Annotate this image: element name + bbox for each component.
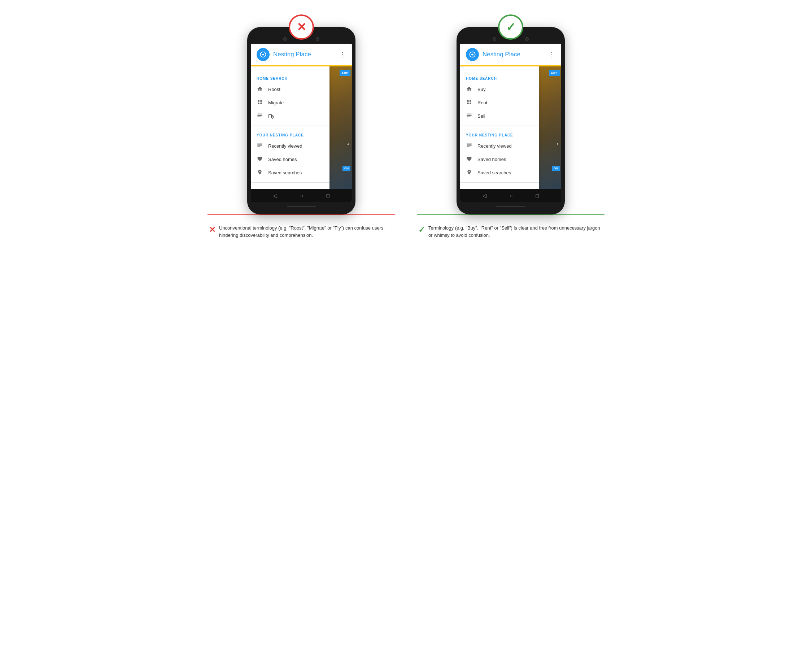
- svg-rect-1: [257, 114, 262, 114]
- good-on-btn[interactable]: ON: [552, 166, 560, 171]
- bad-section1-title: HOME SEARCH: [251, 72, 329, 83]
- sell-icon-bad: [257, 112, 263, 119]
- good-menu-item-saved-searches[interactable]: Saved searches: [460, 166, 539, 179]
- bad-section3-title: MORTGAGES: [251, 186, 329, 189]
- good-caption-underline: [417, 214, 605, 215]
- bad-menu-item-recent[interactable]: Recently viewed: [251, 139, 329, 153]
- bad-app-logo: [257, 48, 270, 61]
- good-caption-text: Terminology (e.g. "Buy", "Rent" or "Sell…: [428, 225, 603, 239]
- bad-phone-screen: Nesting Place ⋮ ARE ON A. HOME S: [251, 44, 352, 202]
- good-bg-text: A.: [557, 143, 559, 146]
- svg-rect-2: [257, 115, 262, 116]
- good-app-header: Nesting Place ⋮: [460, 44, 561, 66]
- good-menu-item-rent[interactable]: Rent: [460, 96, 539, 109]
- svg-rect-13: [467, 145, 471, 145]
- good-home-indicator: [496, 206, 525, 207]
- bad-menu-item-saved-homes[interactable]: Saved homes: [251, 153, 329, 166]
- good-menu-item-recent[interactable]: Recently viewed: [460, 139, 539, 153]
- bad-menu-item-fly[interactable]: Fly: [251, 109, 329, 123]
- svg-rect-12: [467, 144, 471, 144]
- camera-good: [493, 37, 496, 41]
- svg-rect-4: [257, 144, 262, 144]
- bad-section-3: MORTGAGES: [251, 186, 329, 189]
- front-camera-good: [525, 37, 529, 41]
- bad-menu-item-roost[interactable]: Roost: [251, 83, 329, 96]
- bad-badge: ✕: [289, 14, 314, 40]
- good-menu-item-saved-homes[interactable]: Saved homes: [460, 153, 539, 166]
- svg-rect-3: [257, 117, 260, 117]
- good-section3-title: MORTGAGES: [460, 186, 539, 189]
- bad-section2-title: YOUR NESTING PLACE: [251, 129, 329, 139]
- comparison-container: ✕: [207, 14, 605, 239]
- bad-bg-right: ARE ON A.: [329, 66, 352, 189]
- bad-nav-recent[interactable]: □: [327, 193, 329, 199]
- bad-content-area: ARE ON A. HOME SEARCH Roost: [251, 66, 352, 189]
- bad-android-nav: ◁ ○ □: [251, 189, 352, 202]
- good-menu-label-buy: Buy: [477, 87, 485, 92]
- good-section1-title: HOME SEARCH: [460, 72, 539, 83]
- bad-share-btn[interactable]: ARE: [340, 70, 350, 76]
- bad-divider-1: [251, 125, 329, 126]
- good-section-1: HOME SEARCH Buy R: [460, 72, 539, 123]
- bad-drawer: HOME SEARCH Roost: [251, 66, 329, 189]
- good-divider-2: [460, 182, 539, 183]
- good-badge: ✓: [498, 14, 523, 40]
- good-share-btn[interactable]: ARE: [549, 70, 560, 76]
- good-dots-menu[interactable]: ⋮: [549, 51, 555, 58]
- heart-icon-good: [466, 156, 472, 163]
- bad-dots-menu[interactable]: ⋮: [339, 51, 346, 58]
- good-menu-label-sell: Sell: [477, 113, 485, 119]
- pin-icon-good: [466, 169, 472, 176]
- bad-app-title: Nesting Place: [273, 51, 311, 58]
- home-icon-good-1: [466, 86, 472, 93]
- good-phone-bottom: [460, 202, 561, 209]
- good-menu-label-saved-homes: Saved homes: [477, 157, 506, 162]
- good-nav-recent[interactable]: □: [536, 193, 539, 199]
- svg-rect-11: [467, 117, 470, 117]
- bad-example-column: ✕: [207, 14, 395, 239]
- good-android-nav: ◁ ○ □: [460, 189, 561, 202]
- bad-menu-label-saved-homes: Saved homes: [268, 157, 297, 162]
- good-section-3: MORTGAGES: [460, 186, 539, 189]
- good-section-2: YOUR NESTING PLACE Recently viewed: [460, 129, 539, 179]
- svg-rect-6: [257, 145, 262, 146]
- good-menu-label-saved-searches: Saved searches: [477, 170, 511, 175]
- bad-nav-home[interactable]: ○: [300, 193, 303, 199]
- good-menu-item-buy[interactable]: Buy: [460, 83, 539, 96]
- heart-icon-bad: [257, 156, 263, 163]
- bad-caption: ✕ Unconventional terminology (e.g. "Roos…: [207, 225, 395, 239]
- bad-menu-label-recent: Recently viewed: [268, 143, 302, 149]
- bad-menu-label-saved-searches: Saved searches: [268, 170, 302, 175]
- bad-section-1: HOME SEARCH Roost: [251, 72, 329, 123]
- svg-rect-7: [257, 146, 260, 147]
- good-caption-icon: ✓: [418, 225, 425, 235]
- bad-home-indicator: [287, 206, 316, 207]
- bad-header-left: Nesting Place: [257, 48, 311, 61]
- bad-phone-bottom: [251, 202, 352, 209]
- bad-menu-label-roost: Roost: [268, 87, 281, 92]
- bad-bg-text: A.: [347, 143, 350, 146]
- bad-caption-text: Unconventional terminology (e.g. "Roost"…: [219, 225, 394, 239]
- good-example-column: ✓: [417, 14, 605, 239]
- bad-phone: Nesting Place ⋮ ARE ON A. HOME S: [247, 27, 355, 214]
- bad-menu-item-saved-searches[interactable]: Saved searches: [251, 166, 329, 179]
- good-menu-label-recent: Recently viewed: [477, 143, 512, 149]
- recent-icon-bad: [257, 143, 263, 149]
- bad-caption-icon: ✕: [209, 225, 215, 235]
- good-caption: ✓ Terminology (e.g. "Buy", "Rent" or "Se…: [417, 225, 605, 239]
- bad-caption-underline: [207, 214, 395, 215]
- good-nav-back[interactable]: ◁: [483, 193, 486, 199]
- svg-rect-5: [257, 145, 262, 145]
- bad-menu-item-migrate[interactable]: Migrate: [251, 96, 329, 109]
- bad-app-header: Nesting Place ⋮: [251, 44, 352, 66]
- grid-icon-good: [466, 99, 472, 106]
- bad-on-btn[interactable]: ON: [342, 166, 350, 171]
- good-nav-home[interactable]: ○: [510, 193, 512, 199]
- pin-icon-bad: [257, 169, 263, 176]
- bad-menu-label-migrate: Migrate: [268, 100, 284, 105]
- svg-rect-9: [467, 114, 471, 114]
- bad-nav-back[interactable]: ◁: [273, 193, 277, 199]
- good-menu-item-sell[interactable]: Sell: [460, 109, 539, 123]
- good-content-area: ARE ON A. HOME SEARCH Buy: [460, 66, 561, 189]
- recent-icon-good: [466, 143, 472, 149]
